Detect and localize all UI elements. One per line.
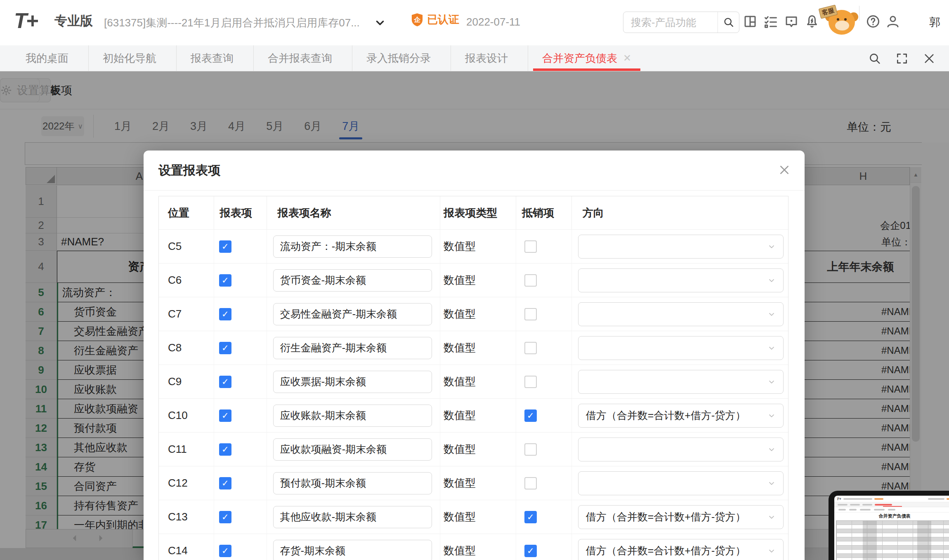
direction-select[interactable] xyxy=(578,302,784,326)
cell-offset-item xyxy=(516,433,572,466)
report-item-checkbox[interactable] xyxy=(219,240,231,253)
help-icon[interactable] xyxy=(866,14,881,29)
cell-direction: 借方（合并数=合计数+借方-贷方） xyxy=(572,399,788,432)
kanban-icon[interactable] xyxy=(743,14,758,29)
mascot-icon[interactable]: 客服 xyxy=(819,4,861,40)
cell-direction: 借方（合并数=合计数+借方-贷方） xyxy=(572,500,788,534)
report-item-checkbox[interactable] xyxy=(219,308,231,320)
page-tab-label: 初始化导航 xyxy=(103,51,156,66)
col-item-type: 报表项类型 xyxy=(440,196,516,229)
report-item-checkbox[interactable] xyxy=(219,409,231,422)
report-item-checkbox[interactable] xyxy=(219,376,231,388)
item-name-input[interactable]: 流动资产：-期末余额 xyxy=(273,235,432,258)
report-item-checkbox[interactable] xyxy=(219,511,231,523)
mascot-eye xyxy=(844,18,847,21)
person-icon[interactable] xyxy=(885,14,900,29)
cell-offset-item xyxy=(516,365,572,398)
cell-item-name: 流动资产：-期末余额 xyxy=(267,230,440,263)
offset-item-checkbox[interactable] xyxy=(524,376,537,388)
cell-item-name: 应收款项融资-期末余额 xyxy=(267,433,440,466)
item-name-input[interactable]: 预付款项-期末余额 xyxy=(273,472,432,494)
cell-item-type: 数值型 xyxy=(440,466,516,500)
item-name-input[interactable]: 应收款项融资-期末余额 xyxy=(273,438,432,461)
floating-preview-frame[interactable]: T+ 合并资产负债表 xyxy=(829,491,949,560)
dialog-close-icon[interactable] xyxy=(778,164,791,176)
report-item-row: C7 交易性金融资产-期末余额 数值型 xyxy=(159,297,788,331)
user-name[interactable]: 郭 xyxy=(929,15,940,30)
expand-icon[interactable] xyxy=(895,52,909,65)
cell-item-type: 数值型 xyxy=(440,230,516,263)
report-item-checkbox[interactable] xyxy=(219,342,231,354)
offset-item-checkbox[interactable] xyxy=(524,342,537,354)
offset-item-checkbox[interactable] xyxy=(524,240,537,253)
bell-icon[interactable] xyxy=(805,14,819,29)
direction-select-value: 借方（合并数=合计数+借方-贷方） xyxy=(586,510,746,524)
item-name-input[interactable]: 货币资金-期末余额 xyxy=(273,269,432,292)
cell-position: C5 xyxy=(159,230,214,263)
direction-select[interactable] xyxy=(578,438,784,461)
direction-select[interactable] xyxy=(578,471,784,495)
item-name-input[interactable]: 其他应收款-期末余额 xyxy=(273,506,432,528)
direction-select[interactable]: 借方（合并数=合计数+借方-贷方） xyxy=(578,404,784,428)
page-tab[interactable]: 录入抵销分录 xyxy=(352,45,451,71)
report-item-checkbox[interactable] xyxy=(219,274,231,287)
top-bar: T+ 专业版 [631375]集测----21年1月启用合并抵消只启用库存07.… xyxy=(0,0,949,45)
preview-report-title: 合并资产负债表 xyxy=(834,513,949,520)
tab-search-icon[interactable] xyxy=(868,52,881,65)
page-tab[interactable]: 合并报表查询 xyxy=(253,45,352,71)
direction-select[interactable] xyxy=(578,235,784,259)
cell-report-item xyxy=(214,264,267,297)
direction-select-value: 借方（合并数=合计数+借方-贷方） xyxy=(586,544,746,558)
page-tab[interactable]: 初始化导航 xyxy=(88,45,176,71)
tab-close-icon[interactable]: ✕ xyxy=(623,52,631,64)
offset-item-checkbox[interactable] xyxy=(524,409,537,422)
cell-report-item xyxy=(214,365,267,398)
report-item-checkbox[interactable] xyxy=(219,545,231,557)
cell-item-name: 其他应收款-期末余额 xyxy=(267,500,440,534)
offset-item-checkbox[interactable] xyxy=(524,511,537,523)
item-name-input[interactable]: 存货-期末余额 xyxy=(273,540,432,560)
search-button[interactable] xyxy=(718,12,739,33)
preview-toolbar-item xyxy=(888,509,895,511)
item-name-input[interactable]: 交易性金融资产-期末余额 xyxy=(273,303,432,325)
cell-position: C7 xyxy=(159,297,214,331)
checklist-icon[interactable] xyxy=(763,14,778,29)
item-name-input[interactable]: 应收账款-期末余额 xyxy=(273,405,432,427)
page-tab[interactable]: 我的桌面 xyxy=(12,45,88,71)
cell-item-name: 预付款项-期末余额 xyxy=(267,466,440,500)
search-placeholder[interactable]: 搜索-产品功能 xyxy=(623,16,718,29)
page-tab[interactable]: 合并资产负债表 ✕ xyxy=(528,45,645,71)
comment-icon[interactable] xyxy=(784,14,799,29)
direction-select[interactable] xyxy=(578,268,784,292)
preview-toolbar-item xyxy=(849,509,857,511)
cell-position: C12 xyxy=(159,466,214,500)
offset-item-checkbox[interactable] xyxy=(524,477,537,489)
direction-select[interactable] xyxy=(578,370,784,394)
direction-select[interactable]: 借方（合并数=合计数+借方-贷方） xyxy=(578,505,784,529)
cell-offset-item xyxy=(516,297,572,331)
cell-direction xyxy=(572,297,788,331)
report-item-checkbox[interactable] xyxy=(219,477,231,489)
cell-direction: 借方（合并数=合计数+借方-贷方） xyxy=(572,534,788,560)
page-tab[interactable]: 报表设计 xyxy=(451,45,528,71)
page-tab[interactable]: 报表查询 xyxy=(176,45,253,71)
direction-select[interactable]: 借方（合并数=合计数+借方-贷方） xyxy=(578,539,784,560)
dialog-header-divider xyxy=(144,190,805,191)
offset-item-checkbox[interactable] xyxy=(524,308,537,320)
product-search[interactable]: 搜索-产品功能 xyxy=(623,12,739,33)
offset-item-checkbox[interactable] xyxy=(524,545,537,557)
cell-offset-item xyxy=(516,534,572,560)
account-caret-down-icon[interactable] xyxy=(375,17,385,28)
tplus-logo: T+ xyxy=(14,8,37,33)
preview-toolbar xyxy=(834,507,949,513)
item-name-input[interactable]: 衍生金融资产-期末余额 xyxy=(273,337,432,359)
item-name-input[interactable]: 应收票据-期末余额 xyxy=(273,371,432,393)
preview-mascot-dot xyxy=(947,498,949,500)
close-icon[interactable] xyxy=(923,52,936,65)
offset-item-checkbox[interactable] xyxy=(524,443,537,456)
account-title[interactable]: [631375]集测----21年1月启用合并抵消只启用库存07... xyxy=(104,16,360,30)
offset-item-checkbox[interactable] xyxy=(524,274,537,287)
direction-select[interactable] xyxy=(578,336,784,360)
verified-badge: 企 已认证 xyxy=(411,12,459,27)
report-item-checkbox[interactable] xyxy=(219,443,231,456)
